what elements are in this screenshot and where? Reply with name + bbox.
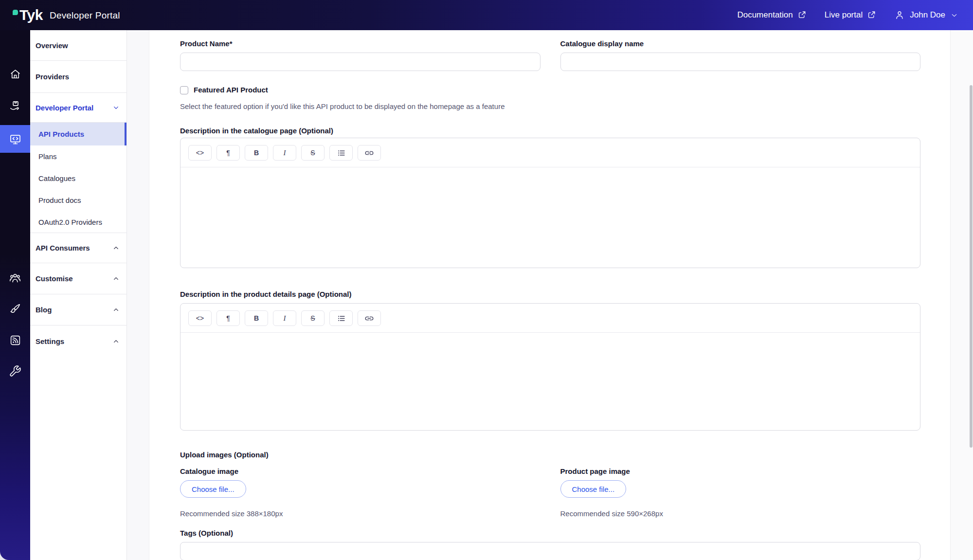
bullet-list-icon[interactable] (329, 145, 353, 161)
blog-icon[interactable] (0, 328, 30, 352)
upload-images-label: Upload images (Optional) (180, 450, 920, 460)
tyk-logo: Tyk (19, 7, 43, 23)
catalogue-image-size-hint: Recommended size 388×180px (180, 509, 541, 518)
bold-icon[interactable]: B (245, 310, 268, 326)
paragraph-icon[interactable]: ¶ (216, 310, 240, 326)
sidebar-item-label: Developer Portal (36, 104, 93, 112)
product-page-image-label: Product page image (560, 467, 921, 476)
code-icon[interactable]: <> (188, 145, 212, 161)
api-product-form: Product Name* Catalogue display name Fea… (180, 30, 920, 560)
sidebar-item-product-docs[interactable]: Product docs (30, 189, 126, 211)
strikethrough-icon[interactable]: S (301, 145, 324, 161)
product-details-description-editor: <> ¶ B I S (180, 303, 920, 431)
featured-api-product-checkbox[interactable] (180, 86, 188, 94)
catalogue-description-textarea[interactable] (180, 167, 920, 268)
sidebar-item-label: API Consumers (36, 244, 90, 252)
developer-portal-icon[interactable] (0, 127, 30, 151)
sidebar-item-customise[interactable]: Customise (30, 263, 126, 294)
product-details-description-textarea[interactable] (180, 333, 920, 430)
featured-api-product-row: Featured API Product (180, 85, 920, 95)
paragraph-icon[interactable]: ¶ (216, 145, 240, 161)
bold-glyph: B (254, 149, 259, 157)
italic-icon[interactable]: I (273, 145, 296, 161)
user-name: John Doe (910, 10, 945, 20)
catalogue-image-label: Catalogue image (180, 467, 541, 476)
sidebar-item-label: Providers (36, 72, 69, 81)
product-name-field-group: Product Name* (180, 39, 541, 71)
brand[interactable]: Tyk Developer Portal (13, 7, 120, 23)
sidebar-item-api-consumers[interactable]: API Consumers (30, 233, 126, 263)
scrollbar-track[interactable] (950, 30, 973, 560)
sidebar-item-developer-portal[interactable]: Developer Portal (30, 93, 126, 123)
sidebar-item-providers[interactable]: Providers (30, 61, 126, 93)
paragraph-glyph: ¶ (226, 149, 230, 157)
chevron-down-icon (950, 11, 958, 19)
featured-help-text: Select the featured option if you'd like… (180, 102, 920, 111)
sidebar-item-api-products[interactable]: API Products (30, 123, 126, 145)
icon-rail (0, 30, 30, 560)
person-icon (894, 10, 905, 20)
catalogue-description-editor: <> ¶ B I S (180, 138, 920, 268)
catalogue-display-name-label: Catalogue display name (560, 39, 921, 49)
top-navigation-bar: Tyk Developer Portal Documentation Live … (0, 0, 973, 30)
top-nav-links: Documentation Live portal John Doe (737, 10, 958, 20)
documentation-link[interactable]: Documentation (737, 10, 806, 20)
code-glyph: <> (196, 149, 204, 157)
documentation-link-label: Documentation (737, 10, 793, 20)
catalogue-image-choose-file-button[interactable]: Choose file... (180, 480, 246, 498)
chevron-up-icon (112, 338, 120, 345)
sidebar-item-catalogues[interactable]: Catalogues (30, 167, 126, 189)
product-name: Developer Portal (50, 10, 120, 21)
code-glyph: <> (196, 314, 204, 322)
sidebar-item-plans[interactable]: Plans (30, 145, 126, 167)
sidebar-item-label: OAuth2.0 Providers (38, 218, 102, 226)
catalogue-image-group: Catalogue image Choose file... Recommend… (180, 467, 541, 518)
sidebar-item-settings[interactable]: Settings (30, 325, 126, 357)
description-details-label: Description in the product details page … (180, 289, 920, 299)
strikethrough-glyph: S (310, 149, 315, 157)
live-portal-link-label: Live portal (825, 10, 863, 20)
sidebar-item-overview[interactable]: Overview (30, 30, 126, 61)
strikethrough-glyph: S (310, 314, 315, 322)
bullet-list-icon[interactable] (329, 310, 353, 326)
home-icon[interactable] (0, 62, 30, 86)
featured-api-product-label: Featured API Product (194, 85, 268, 95)
tags-label: Tags (Optional) (180, 528, 920, 538)
sidebar-gutter (127, 30, 149, 560)
sidebar-item-blog[interactable]: Blog (30, 294, 126, 325)
strikethrough-icon[interactable]: S (301, 310, 324, 326)
customise-icon[interactable] (0, 297, 30, 321)
product-page-image-group: Product page image Choose file... Recomm… (560, 467, 921, 518)
product-page-image-choose-file-button[interactable]: Choose file... (560, 480, 627, 498)
settings-icon[interactable] (0, 360, 30, 383)
italic-glyph: I (284, 314, 286, 323)
sidebar-navigation: Overview Providers Developer Portal API … (30, 30, 127, 560)
catalogue-display-field-group: Catalogue display name (560, 39, 921, 71)
providers-icon[interactable] (0, 94, 30, 118)
api-consumers-icon[interactable] (0, 267, 30, 290)
external-link-icon (797, 11, 806, 19)
italic-icon[interactable]: I (273, 310, 296, 326)
chevron-down-icon (112, 104, 120, 111)
product-name-label: Product Name* (180, 39, 541, 49)
catalogue-display-name-input[interactable] (560, 53, 921, 71)
sidebar-item-oauth2-providers[interactable]: OAuth2.0 Providers (30, 211, 126, 233)
product-page-image-size-hint: Recommended size 590×268px (560, 509, 921, 518)
external-link-icon (867, 11, 876, 19)
user-menu[interactable]: John Doe (894, 10, 958, 20)
editor-toolbar: <> ¶ B I S (180, 138, 920, 167)
scrollbar-thumb[interactable] (970, 85, 973, 448)
product-name-input[interactable] (180, 53, 541, 71)
tags-input[interactable] (180, 542, 920, 560)
link-icon[interactable] (358, 145, 381, 161)
sidebar-item-label: Customise (36, 274, 73, 283)
link-icon[interactable] (358, 310, 381, 326)
live-portal-link[interactable]: Live portal (825, 10, 876, 20)
sidebar-item-label: Blog (36, 306, 52, 314)
code-icon[interactable]: <> (188, 310, 212, 326)
chevron-up-icon (112, 275, 120, 282)
sidebar-item-label: Overview (36, 41, 68, 50)
bold-icon[interactable]: B (245, 145, 268, 161)
description-catalogue-label: Description in the catalogue page (Optio… (180, 126, 920, 136)
sidebar-item-label: Catalogues (38, 174, 75, 182)
